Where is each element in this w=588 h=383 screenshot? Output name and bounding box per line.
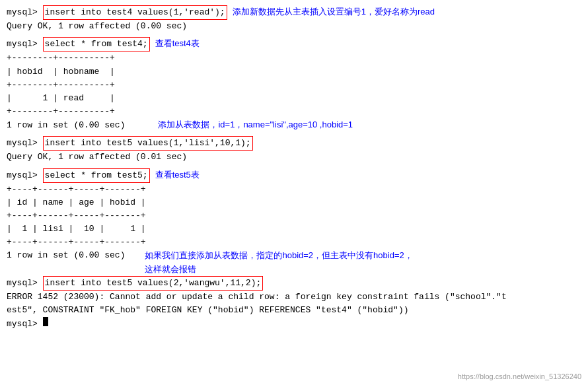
prompt-3: mysql> bbox=[7, 38, 43, 51]
table4-row1: | 1 | read | bbox=[7, 92, 581, 105]
table4-border-top: +--------+----------+ bbox=[7, 52, 581, 65]
table5-header: | id | name | age | hobid | bbox=[7, 196, 581, 209]
table5-border-mid: +----+------+-----+-------+ bbox=[7, 209, 581, 223]
comment-row2-line1: 如果我们直接添加从表数据，指定的hobid=2，但主表中没有hobid=2， bbox=[145, 249, 412, 262]
output-text-insert5: Query OK, 1 row affected (0.01 sec) bbox=[7, 152, 187, 162]
line-row1: 1 row in set (0.00 sec) 添加从表数据，id=1，name… bbox=[7, 118, 581, 132]
cmd-1: insert into test4 values(1,'read'); bbox=[43, 5, 227, 20]
cmd-3: select * from test4; bbox=[43, 37, 150, 52]
comment-3: 查看test4表 bbox=[155, 37, 200, 50]
table4-header: | hobid | hobname | bbox=[7, 65, 581, 79]
line-row2: 1 row in set (0.00 sec) 如果我们直接添加从表数据，指定的… bbox=[7, 249, 581, 275]
comment-row1: 添加从表数据，id=1，name="lisi",age=10 ,hobid=1 bbox=[158, 118, 353, 131]
watermark: https://blog.csdn.net/weixin_51326240 bbox=[458, 372, 581, 380]
line-insert5: mysql> insert into test5 values(1,'lisi'… bbox=[7, 136, 581, 151]
prompt-insert5: mysql> bbox=[7, 137, 43, 150]
table4-border-mid: +--------+----------+ bbox=[7, 79, 581, 92]
line-3: mysql> select * from test4; 查看test4表 bbox=[7, 37, 581, 52]
terminal-window: mysql> insert into test4 values(1,'read'… bbox=[0, 0, 588, 383]
cmd-select5: select * from test5; bbox=[43, 168, 150, 183]
comment-select5: 查看test5表 bbox=[155, 168, 200, 182]
prompt-wangwu: mysql> bbox=[7, 277, 43, 290]
cmd-insert5: insert into test5 values(1,'lisi',10,1); bbox=[43, 136, 253, 151]
prompt-select5: mysql> bbox=[7, 169, 43, 182]
cursor bbox=[43, 317, 48, 326]
prompt-final: mysql> bbox=[7, 318, 43, 331]
comment-1: 添加新数据先从主表插入设置编号1，爱好名称为read bbox=[233, 5, 435, 18]
line-1: mysql> insert into test4 values(1,'read'… bbox=[7, 5, 581, 20]
cmd-wangwu: insert into test5 values(2,'wangwu',11,2… bbox=[43, 276, 264, 291]
comment-row2-line2: 这样就会报错 bbox=[145, 263, 412, 276]
line-final-prompt: mysql> bbox=[7, 317, 581, 331]
line-select5: mysql> select * from test5; 查看test5表 bbox=[7, 168, 581, 183]
output-1: Query OK, 1 row affected (0.00 sec) bbox=[7, 20, 581, 33]
error-output: ERROR 1452 (23000): Cannot add or update… bbox=[7, 291, 581, 317]
output-insert5: Query OK, 1 row affected (0.01 sec) bbox=[7, 151, 581, 164]
comment-block: 如果我们直接添加从表数据，指定的hobid=2，但主表中没有hobid=2， 这… bbox=[145, 249, 412, 275]
table5-border-bot: +----+------+-----+-------+ bbox=[7, 236, 581, 249]
prompt-1: mysql> bbox=[7, 6, 43, 19]
table5-border-top: +----+------+-----+-------+ bbox=[7, 183, 581, 196]
line-insert-wangwu: mysql> insert into test5 values(2,'wangw… bbox=[7, 276, 581, 291]
output-text-1: Query OK, 1 row affected (0.00 sec) bbox=[7, 21, 187, 31]
table4-border-bot: +--------+----------+ bbox=[7, 105, 581, 118]
table5-row1: | 1 | lisi | 10 | 1 | bbox=[7, 223, 581, 236]
output-row2: 1 row in set (0.00 sec) bbox=[7, 249, 125, 262]
output-row1: 1 row in set (0.00 sec) bbox=[7, 119, 125, 132]
